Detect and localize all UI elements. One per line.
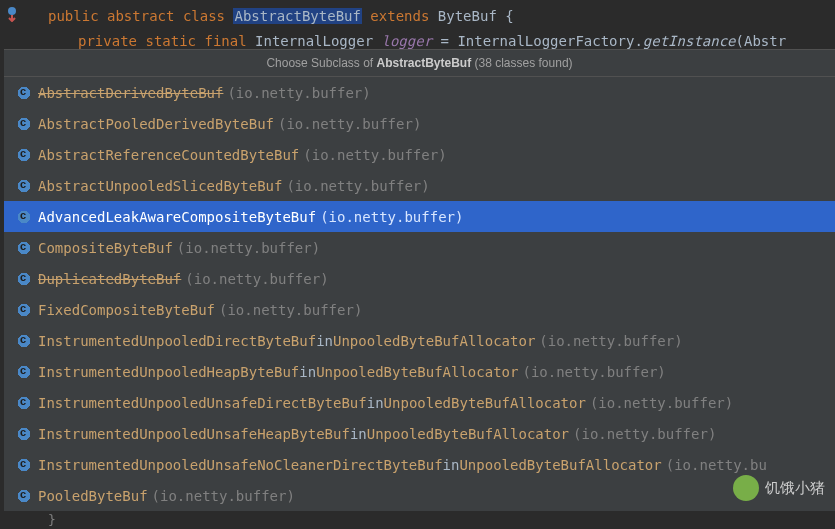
class-name: InstrumentedUnpooledDirectByteBuf — [38, 333, 316, 349]
enclosing-class: UnpooledByteBufAllocator — [316, 364, 518, 380]
package-label: (io.netty.buffer) — [590, 395, 733, 411]
package-label: (io.netty.buffer) — [303, 147, 446, 163]
list-item[interactable]: AdvancedLeakAwareCompositeByteBuf (io.ne… — [4, 201, 835, 232]
list-item[interactable]: InstrumentedUnpooledHeapByteBuf in Unpoo… — [4, 356, 835, 387]
class-icon — [16, 426, 32, 442]
factory-class: InternalLoggerFactory. — [457, 33, 642, 49]
class-icon — [16, 457, 32, 473]
list-item[interactable]: InstrumentedUnpooledUnsafeNoCleanerDirec… — [4, 449, 835, 480]
superclass-name: ByteBuf — [438, 8, 497, 24]
class-name: AbstractDerivedByteBuf — [38, 85, 223, 101]
svg-point-0 — [8, 7, 16, 15]
package-label: (io.netty.buffer) — [177, 240, 320, 256]
static-method: getInstance — [643, 33, 736, 49]
closing-brace: } — [48, 512, 56, 527]
list-item[interactable]: PooledByteBuf (io.netty.buffer) — [4, 480, 835, 511]
class-icon — [16, 240, 32, 256]
watermark-text: 饥饿小猪 — [765, 479, 825, 498]
class-name: AbstractPooledDerivedByteBuf — [38, 116, 274, 132]
call-rest: (Abstr — [736, 33, 787, 49]
keyword-public: public — [48, 8, 99, 24]
watermark-icon — [733, 475, 759, 501]
package-label: (io.netty.bu — [666, 457, 767, 473]
class-name: AdvancedLeakAwareCompositeByteBuf — [38, 209, 316, 225]
class-name: CompositeByteBuf — [38, 240, 173, 256]
in-keyword: in — [367, 395, 384, 411]
class-name: DuplicatedByteBuf — [38, 271, 181, 287]
list-item[interactable]: CompositeByteBuf (io.netty.buffer) — [4, 232, 835, 263]
keyword-final: final — [204, 33, 246, 49]
list-item[interactable]: InstrumentedUnpooledUnsafeDirectByteBuf … — [4, 387, 835, 418]
class-icon — [16, 147, 32, 163]
open-brace: { — [505, 8, 513, 24]
class-name: InstrumentedUnpooledUnsafeDirectByteBuf — [38, 395, 367, 411]
package-label: (io.netty.buffer) — [539, 333, 682, 349]
list-item[interactable]: AbstractUnpooledSlicedByteBuf (io.netty.… — [4, 170, 835, 201]
keyword-static: static — [145, 33, 196, 49]
package-label: (io.netty.buffer) — [278, 116, 421, 132]
list-item[interactable]: DuplicatedByteBuf (io.netty.buffer) — [4, 263, 835, 294]
class-icon — [16, 395, 32, 411]
override-gutter-icon[interactable] — [4, 6, 20, 22]
list-item[interactable]: AbstractPooledDerivedByteBuf (io.netty.b… — [4, 108, 835, 139]
in-keyword: in — [443, 457, 460, 473]
package-label: (io.netty.buffer) — [286, 178, 429, 194]
class-icon — [16, 488, 32, 504]
list-item[interactable]: InstrumentedUnpooledDirectByteBuf in Unp… — [4, 325, 835, 356]
class-icon — [16, 333, 32, 349]
keyword-abstract: abstract — [107, 8, 174, 24]
class-name: InstrumentedUnpooledUnsafeHeapByteBuf — [38, 426, 350, 442]
package-label: (io.netty.buffer) — [227, 85, 370, 101]
enclosing-class: UnpooledByteBufAllocator — [384, 395, 586, 411]
watermark: 饥饿小猪 — [733, 475, 825, 501]
class-icon — [16, 364, 32, 380]
class-icon — [16, 302, 32, 318]
popup-title-classname: AbstractByteBuf — [376, 56, 471, 70]
class-name: FixedCompositeByteBuf — [38, 302, 215, 318]
class-name: InstrumentedUnpooledHeapByteBuf — [38, 364, 299, 380]
subclass-list[interactable]: AbstractDerivedByteBuf (io.netty.buffer)… — [4, 77, 835, 511]
keyword-private: private — [78, 33, 137, 49]
class-icon — [16, 85, 32, 101]
class-icon — [16, 116, 32, 132]
field-name: logger — [382, 33, 433, 49]
enclosing-class: UnpooledByteBufAllocator — [367, 426, 569, 442]
keyword-extends: extends — [370, 8, 429, 24]
field-type: InternalLogger — [255, 33, 373, 49]
enclosing-class: UnpooledByteBufAllocator — [333, 333, 535, 349]
equals-sign: = — [441, 33, 458, 49]
popup-title-prefix: Choose Subclass of — [266, 56, 376, 70]
list-item[interactable]: FixedCompositeByteBuf (io.netty.buffer) — [4, 294, 835, 325]
choose-subclass-popup: Choose Subclass of AbstractByteBuf (38 c… — [4, 49, 835, 511]
class-name: AbstractUnpooledSlicedByteBuf — [38, 178, 282, 194]
list-item[interactable]: AbstractReferenceCountedByteBuf (io.nett… — [4, 139, 835, 170]
class-icon — [16, 209, 32, 225]
class-name-highlighted[interactable]: AbstractByteBuf — [233, 8, 361, 24]
list-item[interactable]: InstrumentedUnpooledUnsafeHeapByteBuf in… — [4, 418, 835, 449]
popup-title-suffix: (38 classes found) — [471, 56, 572, 70]
in-keyword: in — [350, 426, 367, 442]
code-line-1[interactable]: public abstract class AbstractByteBuf ex… — [0, 4, 835, 29]
class-name: AbstractReferenceCountedByteBuf — [38, 147, 299, 163]
keyword-class: class — [183, 8, 225, 24]
package-label: (io.netty.buffer) — [522, 364, 665, 380]
class-icon — [16, 271, 32, 287]
popup-title: Choose Subclass of AbstractByteBuf (38 c… — [4, 50, 835, 77]
list-item[interactable]: AbstractDerivedByteBuf (io.netty.buffer) — [4, 77, 835, 108]
in-keyword: in — [316, 333, 333, 349]
package-label: (io.netty.buffer) — [152, 488, 295, 504]
class-icon — [16, 178, 32, 194]
package-label: (io.netty.buffer) — [320, 209, 463, 225]
package-label: (io.netty.buffer) — [219, 302, 362, 318]
in-keyword: in — [299, 364, 316, 380]
enclosing-class: UnpooledByteBufAllocator — [459, 457, 661, 473]
package-label: (io.netty.buffer) — [185, 271, 328, 287]
class-name: InstrumentedUnpooledUnsafeNoCleanerDirec… — [38, 457, 443, 473]
class-name: PooledByteBuf — [38, 488, 148, 504]
package-label: (io.netty.buffer) — [573, 426, 716, 442]
